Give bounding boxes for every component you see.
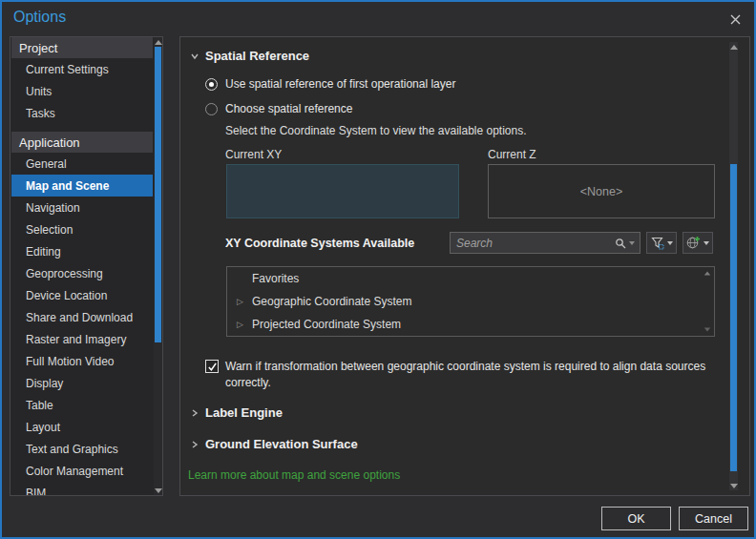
sidebar-item-geoprocessing[interactable]: Geoprocessing [11,262,153,284]
coordinate-search [450,232,640,254]
dialog-title: Options [13,9,66,26]
radio-unselected-icon [205,103,218,115]
sidebar-scroll-up-icon[interactable] [154,37,162,47]
sidebar-item-share-and-download[interactable]: Share and Download [11,306,153,328]
sidebar-item-navigation[interactable]: Navigation [11,197,153,218]
close-button[interactable] [725,10,745,29]
sidebar-item-raster-and-imagery[interactable]: Raster and Imagery [11,328,153,350]
map-and-scene-panel: Spatial Reference Use spatial reference … [179,36,750,496]
sidebar-item-bim[interactable]: BIM [11,482,153,496]
tree-scroll-up-icon[interactable] [704,271,711,276]
tree-item-favorites[interactable]: Favorites [227,267,714,290]
current-z-label: Current Z [488,148,536,161]
close-icon [730,14,741,25]
chevron-right-icon [190,408,200,418]
coordinate-system-tree: Favorites ▷ Geographic Coordinate System… [226,266,715,337]
sidebar-scrollbar[interactable] [154,37,162,495]
options-dialog: Options Project Current Settings Units T… [0,0,756,539]
sidebar-item-editing[interactable]: Editing [11,240,153,262]
add-dropdown-icon [704,241,709,245]
sidebar-item-display[interactable]: Display [11,372,153,394]
panel-scroll-down-icon[interactable] [729,481,738,490]
filter-dropdown-icon [667,241,673,245]
filter-icon [651,237,664,250]
xy-available-label: XY Coordinate Systems Available [225,237,414,250]
panel-scroll-up-icon[interactable] [729,42,738,52]
sidebar-list: Project Current Settings Units Tasks App… [11,37,153,496]
sidebar-header-project: Project [11,37,153,58]
radio-label: Use spatial reference of first operation… [225,77,455,91]
tree-item-projected[interactable]: ▷ Projected Coordinate System [227,313,714,336]
current-xy-box[interactable] [226,164,459,218]
section-label-engine[interactable]: Label Engine [190,405,283,420]
tree-item-geographic[interactable]: ▷ Geographic Coordinate System [227,290,714,313]
radio-choose-spatial-reference[interactable]: Choose spatial reference [205,102,352,115]
current-xy-label: Current XY [225,148,282,161]
sidebar-item-device-location[interactable]: Device Location [11,284,153,306]
radio-selected-icon [205,78,218,91]
section-spatial-reference[interactable]: Spatial Reference [190,49,309,63]
sidebar-scroll-thumb[interactable] [155,47,161,342]
expander-right-icon[interactable]: ▷ [237,320,243,329]
sidebar-item-layout[interactable]: Layout [11,416,153,438]
radio-use-first-layer[interactable]: Use spatial reference of first operation… [205,77,455,91]
coordinate-system-hint: Select the Coordinate System to view the… [225,124,527,137]
current-z-box[interactable]: <None> [488,164,715,218]
section-title: Ground Elevation Surface [205,437,358,451]
sidebar-header-application: Application [11,132,153,153]
options-sidebar: Project Current Settings Units Tasks App… [10,36,163,496]
sidebar-item-general[interactable]: General [11,153,153,175]
section-ground-elevation-surface[interactable]: Ground Elevation Surface [190,437,358,451]
chevron-right-icon [190,440,200,449]
filter-button[interactable] [646,232,677,254]
warn-transformation-option[interactable]: Warn if transformation between geographi… [205,359,748,391]
sidebar-item-selection[interactable]: Selection [11,218,153,240]
panel-scrollbar[interactable] [729,42,738,490]
search-icon[interactable] [615,238,626,249]
sidebar-item-map-and-scene[interactable]: Map and Scene [11,175,153,197]
sidebar-item-color-management[interactable]: Color Management [11,460,153,482]
sidebar-item-full-motion-video[interactable]: Full Motion Video [11,350,153,372]
globe-add-icon [686,236,701,250]
sidebar-item-table[interactable]: Table [11,394,153,416]
section-title: Label Engine [205,405,283,420]
tree-scroll-down-icon[interactable] [704,327,711,332]
ok-button[interactable]: OK [601,507,671,530]
sidebar-item-tasks[interactable]: Tasks [11,102,153,124]
radio-label: Choose spatial reference [225,102,352,115]
checkbox-checked-icon[interactable] [205,360,219,373]
panel-scroll-thumb[interactable] [730,164,737,471]
expander-right-icon[interactable]: ▷ [237,297,243,306]
search-input[interactable] [451,237,615,250]
add-coordinate-system-button[interactable] [682,232,713,254]
sidebar-item-current-settings[interactable]: Current Settings [11,58,153,80]
section-title: Spatial Reference [205,49,309,63]
current-z-value: <None> [580,185,622,198]
warn-transformation-label: Warn if transformation between geographi… [225,359,748,391]
cancel-button[interactable]: Cancel [679,507,748,530]
sidebar-item-text-and-graphics[interactable]: Text and Graphics [11,438,153,460]
sidebar-scroll-down-icon[interactable] [154,486,162,495]
learn-more-link[interactable]: Learn more about map and scene options [188,468,400,482]
chevron-down-icon [190,52,200,61]
sidebar-item-units[interactable]: Units [11,80,153,102]
search-dropdown-icon[interactable] [629,241,635,245]
